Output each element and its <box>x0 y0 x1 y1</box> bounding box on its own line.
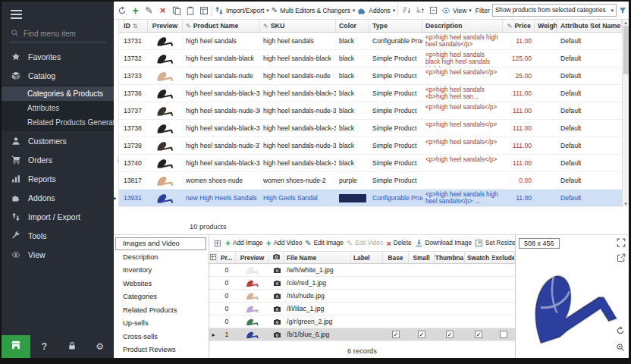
tab-cross-sells[interactable]: Cross-sells <box>115 331 206 344</box>
sort-desc-button[interactable] <box>414 4 425 17</box>
exclude-checkbox[interactable] <box>500 331 507 338</box>
copy-button[interactable] <box>171 4 182 17</box>
product-row[interactable]: 13737high heel sandals-nude-36high heel … <box>119 102 622 120</box>
product-row[interactable]: 13733high heel sandals-nudehigh heel san… <box>119 67 622 85</box>
open-external-icon[interactable] <box>617 253 626 262</box>
addons-menu[interactable]: Addons▾ <box>357 6 395 15</box>
view-menu[interactable]: View▾ <box>441 6 472 15</box>
sidebar-item-attributes[interactable]: Attributes <box>2 101 114 115</box>
zoom-icon[interactable] <box>616 343 625 352</box>
product-row[interactable]: 13732high heel sandals-blackhigh heel sa… <box>119 50 622 67</box>
sidebar-search-input[interactable]: Find menu item <box>9 26 106 42</box>
image-row[interactable]: ▸1/b/1/blue_6.jpg✓✓✓✓ <box>209 328 515 341</box>
sidebar-item-view[interactable]: View <box>2 245 114 264</box>
settings-button[interactable]: ⚙ <box>86 341 114 352</box>
delete-image-button[interactable]: ×Delete <box>386 239 411 248</box>
scroll-thumb[interactable] <box>623 26 629 74</box>
column-header-color[interactable]: Color <box>336 20 369 32</box>
add-product-button[interactable]: + <box>130 4 141 17</box>
tab-related-products[interactable]: Related Products <box>115 304 206 317</box>
sidebar-item-orders[interactable]: Orders <box>2 150 114 169</box>
column-header-product-name[interactable]: ✎Product Name <box>183 20 260 32</box>
tab-websites[interactable]: Websites <box>115 278 206 290</box>
column-header-description[interactable]: Description <box>422 20 503 32</box>
product-row[interactable]: 13740high heel sandals-black-38high heel… <box>119 155 622 172</box>
tab-images-and-video[interactable]: Images and Video <box>115 237 206 250</box>
column-header-file-name[interactable]: File Name <box>284 252 351 263</box>
grid-icon[interactable] <box>213 237 222 249</box>
sidebar-item-catalog[interactable]: Catalog <box>2 66 114 85</box>
column-header-price[interactable]: ✎Price <box>503 20 535 32</box>
product-row[interactable]: 13817women shoes-nudewomen shoes-nude-2p… <box>119 172 622 190</box>
sidebar-item-addons[interactable]: Addons <box>2 188 114 207</box>
tab-up-sells[interactable]: Up-sells <box>115 317 206 330</box>
base-checkbox[interactable]: ✓ <box>392 331 400 338</box>
multi-editors-menu[interactable]: ✎Multi Editors & Changers▾ <box>272 6 356 14</box>
column-header-small[interactable]: Small <box>409 252 435 263</box>
panel-splitter[interactable]: ⋮ <box>114 20 119 207</box>
column-header-sku[interactable]: ✎SKU <box>260 20 336 32</box>
scroll-up-icon[interactable]: ▲ <box>623 20 628 25</box>
sidebar-item-customers[interactable]: Customers <box>2 131 114 150</box>
set-resize-rule-button[interactable]: Set Resize Rule▾ <box>475 239 515 247</box>
sort-asc-button[interactable] <box>400 4 412 17</box>
product-row[interactable]: 13739high heel sandals-nude-37high heel … <box>119 137 622 155</box>
edit-video-button[interactable]: ✎Edit Video <box>347 239 384 247</box>
image-row[interactable]: 0/n/u/nude.jpg <box>209 290 515 303</box>
image-row[interactable]: 0/g/r/green_2.jpg <box>209 315 515 328</box>
lock-button[interactable] <box>58 341 86 353</box>
column-header-attribute-set-name[interactable]: Attribute Set Name <box>557 20 622 32</box>
camera-column-header[interactable] <box>269 252 284 263</box>
image-row[interactable]: 0/l/i/lilac_1.jpg <box>209 303 515 315</box>
column-header-id[interactable]: ID⇅ <box>119 20 148 32</box>
tab-inventory[interactable]: Inventory <box>115 264 206 277</box>
column-header-swatch[interactable]: Swatch <box>465 252 492 263</box>
download-image-button[interactable]: Download Image <box>415 239 472 247</box>
column-header-thumbna[interactable]: Thumbna <box>435 252 465 263</box>
small-checkbox[interactable]: ✓ <box>418 331 425 338</box>
thumbnail-checkbox[interactable]: ✓ <box>446 331 454 338</box>
column-header-weight[interactable]: Weight <box>535 20 557 32</box>
collapse-rows-button[interactable] <box>428 4 439 17</box>
edit-image-button[interactable]: ✎Edit Image <box>305 239 344 247</box>
import-export-menu[interactable]: Import/Export▾ <box>215 6 269 15</box>
tab-categories[interactable]: Categories <box>115 290 206 303</box>
column-header-preview[interactable]: Preview <box>148 20 183 32</box>
sidebar-item-related-products-generator[interactable]: Related Products Generator <box>2 115 114 130</box>
edit-product-button[interactable]: ✎ <box>143 4 155 17</box>
product-row[interactable]: 13731high heel sandalshigh heel sandalsb… <box>119 33 622 50</box>
store-button[interactable] <box>2 335 30 358</box>
sidebar-item-import-export[interactable]: Import / Export <box>2 207 114 226</box>
sidebar-item-tools[interactable]: Tools <box>2 226 114 245</box>
fullscreen-icon[interactable] <box>617 238 626 247</box>
help-button[interactable]: ? <box>30 341 58 352</box>
add-video-button[interactable]: +Add Video <box>266 238 303 249</box>
swatch-checkbox[interactable]: ✓ <box>475 331 482 338</box>
refresh-button[interactable] <box>116 4 127 17</box>
tab-description[interactable]: Description <box>115 251 206 264</box>
delete-product-button[interactable]: × <box>157 4 168 17</box>
add-image-button[interactable]: +Add Image <box>225 238 263 249</box>
product-row[interactable]: 13931new High Heels SandalsHigh Geels Sa… <box>119 190 622 207</box>
column-header-type[interactable]: Type <box>369 20 422 32</box>
tab-product-reviews[interactable]: Product Reviews <box>115 344 206 356</box>
product-row[interactable]: 13738high heel sandals-black-37high heel… <box>119 120 622 137</box>
category-filter-select[interactable]: Show products from selected categories▾ <box>492 4 617 17</box>
column-header-pr[interactable]: Pr... <box>218 252 236 263</box>
menu-icon[interactable] <box>2 2 114 24</box>
grid-scrollbar[interactable]: ▲ ▼ <box>622 20 629 207</box>
paste-button[interactable] <box>184 4 196 17</box>
column-header-exclude[interactable]: Exclude <box>492 252 515 263</box>
column-header-base[interactable]: Base <box>383 252 409 263</box>
product-row[interactable]: 13736high heel sandals-black-36high heel… <box>119 85 622 102</box>
image-row[interactable]: 0/c/e/red_1.jpg <box>209 277 515 290</box>
filters-menu[interactable]: Filters▾ <box>619 7 629 14</box>
duplicate-button[interactable] <box>198 4 209 17</box>
scroll-down-icon[interactable]: ▼ <box>623 202 628 206</box>
sidebar-item-reports[interactable]: Reports <box>2 169 114 188</box>
image-row[interactable]: 0/w/h/white_1.jpg <box>209 264 515 277</box>
sidebar-item-categories-products[interactable]: Categories & Products <box>2 86 114 101</box>
column-header-preview[interactable]: Preview <box>236 252 269 263</box>
column-header-label[interactable]: Label <box>351 252 383 263</box>
select-all-header[interactable] <box>209 252 218 263</box>
